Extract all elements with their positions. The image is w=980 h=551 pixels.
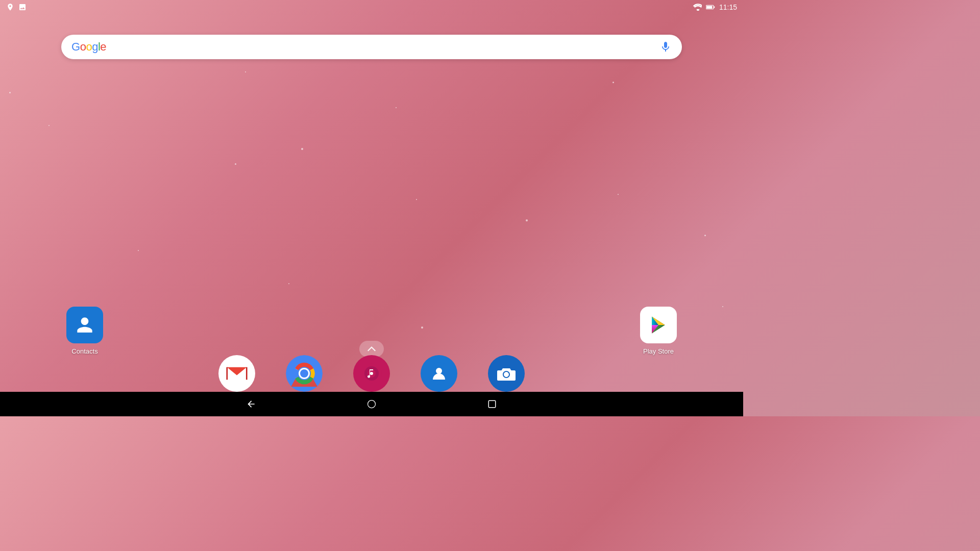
- contacts-app[interactable]: Contacts: [66, 307, 103, 355]
- status-bar: 11:15: [0, 0, 743, 14]
- microphone-icon[interactable]: [659, 41, 672, 53]
- camera-app[interactable]: [488, 355, 525, 392]
- google-search-bar[interactable]: Google: [61, 35, 682, 59]
- music-app[interactable]: [353, 355, 390, 392]
- location-icon: [6, 3, 14, 11]
- svg-point-12: [300, 369, 308, 378]
- photos-app[interactable]: [421, 355, 457, 392]
- play-store-icon: [640, 307, 677, 343]
- svg-point-16: [370, 372, 373, 375]
- chrome-app[interactable]: [286, 355, 323, 392]
- play-store-app[interactable]: Play Store: [640, 307, 677, 355]
- status-bar-right: 11:15: [693, 3, 737, 11]
- camera-icon: [488, 355, 525, 392]
- play-store-label: Play Store: [643, 347, 674, 355]
- gallery-icon: [18, 3, 27, 11]
- svg-rect-2: [706, 6, 712, 8]
- contacts-label: Contacts: [71, 347, 97, 355]
- recents-button[interactable]: [483, 395, 501, 413]
- music-icon: [353, 355, 390, 392]
- gmail-icon: [218, 355, 255, 392]
- dock: [0, 355, 743, 392]
- svg-point-18: [436, 368, 442, 374]
- wifi-icon: [693, 4, 702, 11]
- google-logo: Google: [71, 40, 106, 54]
- status-time: 11:15: [719, 3, 737, 11]
- nav-bar: [0, 392, 743, 416]
- battery-icon: [706, 4, 715, 11]
- svg-rect-20: [488, 400, 496, 408]
- svg-rect-1: [714, 7, 715, 8]
- home-button[interactable]: [362, 395, 381, 413]
- chrome-icon: [286, 355, 323, 392]
- gmail-app[interactable]: [218, 355, 255, 392]
- photos-icon: [421, 355, 457, 392]
- contacts-icon: [66, 307, 103, 343]
- back-button[interactable]: [242, 395, 260, 413]
- svg-point-19: [368, 400, 376, 408]
- status-bar-left: [6, 3, 27, 11]
